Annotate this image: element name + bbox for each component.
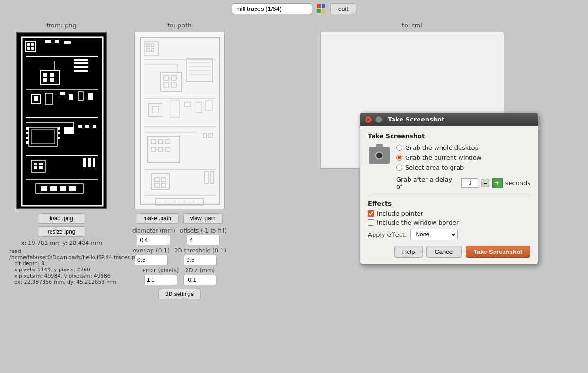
cancel-button[interactable]: Cancel xyxy=(426,246,461,258)
effects-title: Effects xyxy=(368,200,530,207)
dialog-title: Take Screenshot xyxy=(388,116,444,123)
radio-options: Grab the whole desktop Grab the current … xyxy=(396,144,530,190)
radio-area-label: Select area to grab xyxy=(405,164,464,171)
camera-lens xyxy=(375,151,383,160)
seconds-label: seconds xyxy=(505,180,530,187)
take-screenshot-dialog: ✕ Take Screenshot Take Screenshot xyxy=(360,113,538,265)
camera-icon xyxy=(369,147,390,164)
include-border-checkbox[interactable] xyxy=(368,219,374,226)
include-border-label: Include the window border xyxy=(377,219,459,226)
apply-effect-select[interactable]: None Blur Emboss xyxy=(410,229,458,240)
apply-effect-row: Apply effect: None Blur Emboss xyxy=(368,229,530,240)
include-pointer-row[interactable]: Include pointer xyxy=(368,210,530,217)
divider xyxy=(368,196,530,196)
radio-window-label: Grab the current window xyxy=(405,154,482,161)
radio-desktop[interactable] xyxy=(396,145,402,151)
radio-window-row[interactable]: Grab the current window xyxy=(396,154,530,161)
dialog-inner: Grab the whole desktop Grab the current … xyxy=(368,144,530,190)
delay-plus-button[interactable]: + xyxy=(492,178,503,188)
include-border-row[interactable]: Include the window border xyxy=(368,219,530,226)
delay-label: Grab after a delay of xyxy=(396,176,459,190)
help-button[interactable]: Help xyxy=(394,246,423,258)
dialog-overlay: ✕ Take Screenshot Take Screenshot xyxy=(0,0,588,373)
dialog-section-title: Take Screenshot xyxy=(368,132,530,139)
include-pointer-checkbox[interactable] xyxy=(368,210,374,217)
delay-row: Grab after a delay of – + seconds xyxy=(396,176,530,190)
radio-area-row[interactable]: Select area to grab xyxy=(396,164,530,171)
apply-effect-label: Apply effect: xyxy=(368,231,407,238)
radio-area[interactable] xyxy=(396,165,402,171)
delay-minus-button[interactable]: – xyxy=(481,179,490,187)
camera-icon-wrap xyxy=(368,144,391,167)
dialog-minimize-button[interactable] xyxy=(375,116,382,123)
camera-top xyxy=(376,144,383,147)
dialog-body: Take Screenshot Grab the whole desktop xyxy=(360,126,538,264)
radio-window[interactable] xyxy=(396,155,402,161)
dialog-titlebar: ✕ Take Screenshot xyxy=(360,113,538,126)
radio-desktop-row[interactable]: Grab the whole desktop xyxy=(396,144,530,151)
radio-desktop-label: Grab the whole desktop xyxy=(405,144,479,151)
take-screenshot-button[interactable]: Take Screenshot xyxy=(466,246,530,258)
delay-input[interactable] xyxy=(461,178,478,188)
dialog-buttons: Help Cancel Take Screenshot xyxy=(368,246,530,258)
dialog-close-button[interactable]: ✕ xyxy=(365,116,372,123)
include-pointer-label: Include pointer xyxy=(377,210,423,217)
